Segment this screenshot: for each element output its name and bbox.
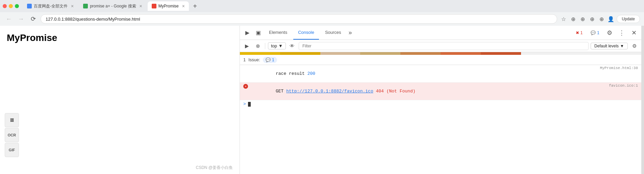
prompt-arrow-icon: > [243,102,246,107]
tab-label-mypromise: MyPromise [158,4,179,8]
devtools-close-button[interactable]: ✕ [629,28,639,38]
device-toggle-icon[interactable]: ▣ [253,28,263,38]
message-badge[interactable]: 💬 1 [588,30,602,36]
extension4-icon[interactable]: ⊕ [598,15,605,23]
tab-elements[interactable]: Elements [264,26,292,40]
star-icon[interactable]: ☆ [560,15,567,23]
default-levels-button[interactable]: Default levels ▼ [591,43,628,49]
color-strips [240,52,641,55]
tab-elements-label: Elements [269,30,287,35]
page-title: MyPromise [7,32,233,43]
tab-close-google[interactable]: × [140,3,142,9]
color-strip-5 [400,52,441,55]
forward-button[interactable]: → [16,14,26,24]
devtools-panel: ▶ ▣ Elements Console Sources » ✖ 1 💬 1 [240,26,641,174]
tab-favicon-google [83,4,88,8]
default-levels-arrow: ▼ [620,44,624,48]
console-source-2[interactable]: favicon.ico:1 [609,84,638,88]
devtools-menu-button[interactable]: ⋮ [617,28,626,38]
color-strip-1 [240,52,280,55]
tab-label-baidu: 百度网盘-全部文件 [34,3,68,9]
error-count: 1 [580,30,583,35]
tab-console-label: Console [298,30,314,35]
update-button[interactable]: Update [617,15,640,23]
tab-mypromise[interactable]: MyPromise × [148,1,189,11]
inspect-element-icon[interactable]: ▶ [243,28,252,38]
error-circle-icon: ✕ [243,84,249,89]
prompt-cursor [248,102,251,107]
devtools-tab-bar: ▶ ▣ Elements Console Sources » ✖ 1 💬 1 [240,26,641,40]
tab-bar: 百度网盘-全部文件 × promise a+ - Google 搜索 × MyP… [0,0,644,12]
more-tabs-button[interactable]: » [347,29,353,36]
tab-sources-label: Sources [325,30,341,35]
back-button[interactable]: ← [4,14,14,24]
eye-button[interactable]: 👁 [288,42,297,50]
issue-label: Issue: [248,57,260,62]
error-badge[interactable]: ✖ 1 [573,30,586,36]
console-output: race result 200 MyPromise.html:38 ✕ GET … [240,65,641,174]
extension2-icon[interactable]: ⊕ [579,15,586,23]
block-requests-button[interactable]: ⊗ [253,42,262,50]
devtools-settings-button[interactable]: ⚙ [605,28,614,38]
issue-badge[interactable]: 💬 1 [263,57,277,63]
error-url-link[interactable]: http://127.0.0.1:8882/favicon.ico [286,89,373,94]
reload-button[interactable]: ⟳ [28,14,38,24]
color-strip-4 [360,52,400,55]
error-status-text: 404 (Not Found) [373,89,416,94]
console-text-1: race result 200 [249,66,597,81]
tab-baidu[interactable]: 百度网盘-全部文件 × [23,1,78,11]
tab-close-baidu[interactable]: × [71,3,74,9]
console-error-line: ✕ GET http://127.0.0.1:8882/favicon.ico … [240,83,641,100]
tab-favicon-baidu [27,4,32,8]
color-strip-9 [561,52,601,55]
console-prompt[interactable]: > [240,100,641,108]
color-strip-2 [280,52,320,55]
url-bar[interactable]: 127.0.0.1:8882/questions-demo/MyPromise.… [41,14,557,24]
issue-badge-count: 1 [272,58,274,62]
console-text-plain-1: race result [276,71,307,76]
ocr-tool-button[interactable]: OCR [5,128,19,142]
tab-close-mypromise[interactable]: × [182,3,185,9]
error-x-icon: ✕ [243,84,248,89]
address-actions: ☆ ⊕ ⊕ ⊕ ⊕ 👤 Update [560,15,640,23]
toolbar-divider [265,43,265,49]
profile-icon[interactable]: 👤 [607,15,615,23]
maximize-dot[interactable] [15,4,19,8]
page-content: MyPromise 🖼 OCR GIF CSDN @姜香小白鱼 [0,26,240,174]
watermark: CSDN @姜香小白鱼 [196,165,233,171]
console-error-text: GET http://127.0.0.1:8882/favicon.ico 40… [249,84,605,99]
console-number-value: 200 [307,71,315,76]
tab-console[interactable]: Console [293,26,319,40]
color-strip-6 [441,52,481,55]
gif-tool-button[interactable]: GIF [5,143,19,157]
console-toolbar: ▶ ⊗ top ▼ 👁 Default levels ▼ ⚙ [240,40,641,52]
tab-sources[interactable]: Sources [320,26,346,40]
console-settings-button[interactable]: ⚙ [630,42,639,50]
top-selector[interactable]: top ▼ [268,42,286,49]
console-source-1[interactable]: MyPromise.html:38 [600,66,638,70]
tab-google[interactable]: promise a+ - Google 搜索 × [79,1,146,11]
console-line: race result 200 MyPromise.html:38 [240,65,641,83]
clear-console-button[interactable]: ▶ [243,42,251,50]
new-tab-button[interactable]: + [190,1,200,11]
side-tools: 🖼 OCR GIF [5,113,19,157]
image-tool-button[interactable]: 🖼 [5,113,19,127]
color-strip-8 [521,52,561,55]
filter-input[interactable] [299,42,589,50]
address-bar: ← → ⟳ 127.0.0.1:8882/questions-demo/MyPr… [0,12,644,26]
color-strip-3 [320,52,361,55]
minimize-dot[interactable] [9,4,13,8]
issue-badge-icon: 💬 [266,58,271,62]
top-selector-label: top [271,43,277,48]
extension3-icon[interactable]: ⊕ [588,15,596,23]
log-icon [243,66,249,66]
tab-favicon-mypromise [152,4,156,8]
message-count: 1 [597,30,599,35]
window-controls [3,4,19,8]
tab-label-google: promise a+ - Google 搜索 [90,3,136,9]
extension1-icon[interactable]: ⊕ [569,15,577,23]
close-dot[interactable] [3,4,7,8]
color-strip-7 [481,52,521,55]
error-icon: ✖ [576,30,579,35]
get-label: GET [276,89,286,94]
